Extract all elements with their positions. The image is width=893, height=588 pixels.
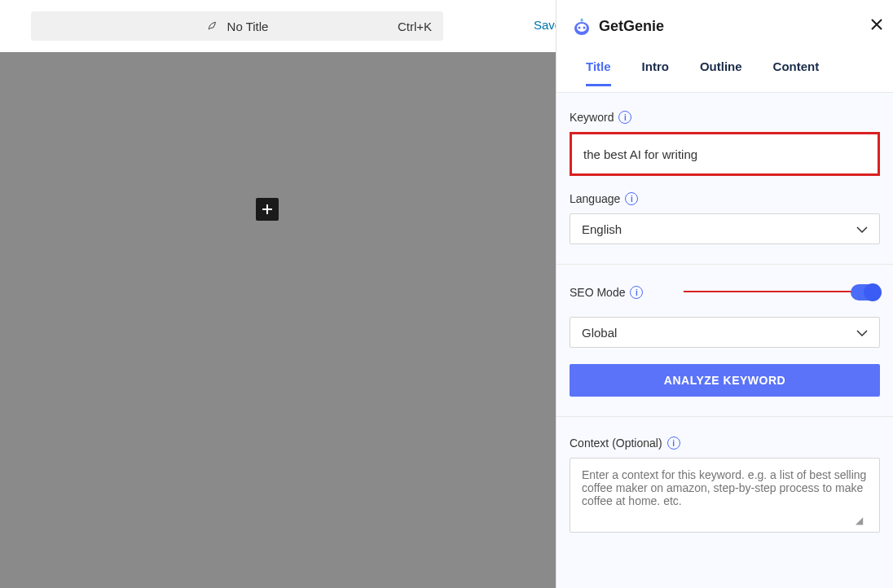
panel-body: Keyword i Language i English SEO Mode i	[556, 93, 893, 588]
leaf-icon	[206, 18, 219, 34]
seo-mode-row: SEO Mode i	[570, 284, 880, 301]
divider	[556, 264, 893, 265]
genie-icon	[571, 15, 592, 37]
add-block-button[interactable]	[256, 198, 279, 221]
title-bar[interactable]: No Title Ctrl+K	[31, 11, 443, 41]
keyword-label: Keyword i	[570, 111, 880, 124]
getgenie-panel: GetGenie Title Intro Outline Content Key…	[556, 0, 893, 588]
keyword-field: Keyword i	[570, 111, 880, 176]
context-label: Context (Optional) i	[570, 437, 880, 450]
info-icon[interactable]: i	[625, 192, 638, 205]
keyboard-shortcut: Ctrl+K	[398, 20, 432, 33]
keyword-input[interactable]	[570, 132, 880, 176]
region-select[interactable]: Global	[570, 317, 880, 348]
editor-canvas[interactable]	[0, 52, 556, 588]
language-value: English	[582, 222, 622, 236]
arrow-annotation	[684, 291, 878, 294]
language-label: Language i	[570, 192, 880, 205]
close-icon	[870, 18, 883, 31]
context-field: Context (Optional) i ◢	[570, 437, 880, 536]
brand-name: GetGenie	[599, 18, 664, 35]
tab-intro[interactable]: Intro	[642, 59, 669, 85]
context-textarea[interactable]	[570, 458, 880, 533]
close-button[interactable]	[870, 16, 883, 35]
info-icon[interactable]: i	[667, 437, 680, 450]
divider	[556, 416, 893, 417]
language-field: Language i English	[570, 192, 880, 244]
editor-pane: No Title Ctrl+K Save	[0, 0, 556, 588]
region-value: Global	[582, 326, 617, 340]
seo-mode-toggle[interactable]	[851, 284, 880, 301]
tab-content[interactable]: Content	[773, 59, 820, 85]
plus-icon	[261, 203, 274, 216]
info-icon[interactable]: i	[630, 286, 643, 299]
seo-mode-label: SEO Mode i	[570, 286, 643, 299]
svg-point-3	[583, 27, 586, 29]
analyze-field: ANALYZE KEYWORD	[570, 364, 880, 397]
brand-logo: GetGenie	[571, 15, 664, 37]
info-icon[interactable]: i	[618, 111, 631, 124]
region-field: Global	[570, 317, 880, 348]
tab-outline[interactable]: Outline	[700, 59, 742, 85]
tab-bar: Title Intro Outline Content	[556, 52, 893, 93]
tab-title[interactable]: Title	[586, 59, 611, 85]
language-select[interactable]: English	[570, 213, 880, 244]
document-title: No Title	[227, 20, 269, 33]
chevron-down-icon	[856, 222, 868, 235]
chevron-down-icon	[856, 326, 868, 339]
svg-point-2	[578, 27, 581, 29]
panel-header: GetGenie	[556, 0, 893, 52]
analyze-keyword-button[interactable]: ANALYZE KEYWORD	[570, 364, 880, 397]
